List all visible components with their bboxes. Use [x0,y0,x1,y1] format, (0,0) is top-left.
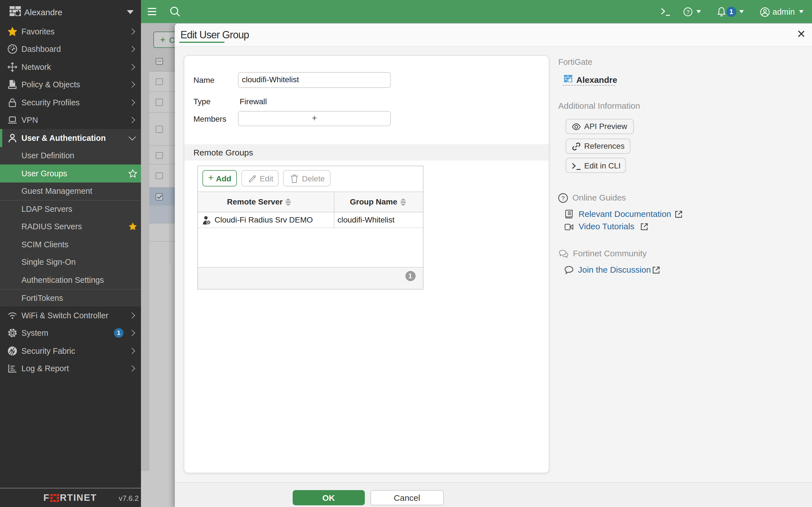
svg-text:?: ? [686,9,689,15]
svg-text:?: ? [561,195,565,202]
svg-text:R: R [207,221,210,224]
